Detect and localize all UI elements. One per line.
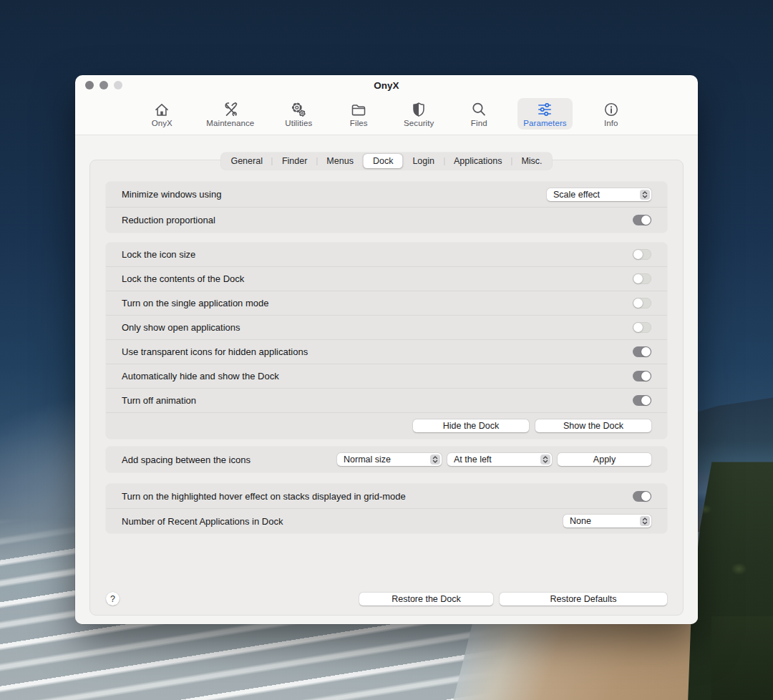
toolbar-item-label: Parameters <box>523 119 566 127</box>
tools-icon <box>222 101 239 118</box>
toolbar-item-label: Files <box>350 119 368 127</box>
settings-row: Reduction proportional <box>106 207 667 233</box>
spacing-size-select[interactable]: Normal size <box>337 453 442 466</box>
sliders-icon <box>536 101 553 118</box>
toggle-knob <box>641 371 651 381</box>
toolbar-item-parameters[interactable]: Parameters <box>517 98 572 130</box>
window-title: OnyX <box>75 75 698 95</box>
settings-row: Turn on the single application mode <box>106 291 667 315</box>
select-value: At the left <box>454 454 492 465</box>
updown-chevrons-icon <box>430 454 440 465</box>
transparent-hidden-icons-toggle[interactable] <box>633 346 651 357</box>
toggle-knob <box>641 215 651 225</box>
tab-dock[interactable]: Dock <box>364 154 402 168</box>
tab-applications[interactable]: Applications <box>444 154 511 168</box>
row-label: Add spacing between the icons <box>122 454 337 465</box>
auto-hide-dock-toggle[interactable] <box>633 371 651 381</box>
settings-row: Automatically hide and show the Dock <box>106 364 667 388</box>
search-icon <box>470 101 487 118</box>
onyx-window: OnyX OnyX Maintenance <box>75 75 698 624</box>
toolbar-item-label: Utilities <box>285 119 312 127</box>
settings-row: Lock the contents of the Dock <box>106 266 667 291</box>
toggle-knob <box>633 323 643 332</box>
toolbar-item-info[interactable]: Info <box>590 98 633 130</box>
tab-general[interactable]: General <box>221 154 271 168</box>
toolbar-item-label: Find <box>471 119 487 127</box>
toggle-knob <box>633 274 643 283</box>
dock-settings-panel: General Finder Menus Dock Login Applicat… <box>89 160 684 616</box>
shield-icon <box>410 101 427 118</box>
settings-row: Use transparent icons for hidden applica… <box>106 339 667 364</box>
lock-dock-contents-toggle[interactable] <box>633 273 651 284</box>
row-label: Turn on the single application mode <box>122 298 633 308</box>
tab-misc[interactable]: Misc. <box>512 154 551 168</box>
select-value: Normal size <box>344 454 391 465</box>
toolbar-item-files[interactable]: Files <box>337 98 380 130</box>
only-open-applications-toggle[interactable] <box>633 322 651 333</box>
toolbar-item-maintenance[interactable]: Maintenance <box>200 98 260 130</box>
toggle-knob <box>633 298 643 308</box>
parameters-tabbar: General Finder Menus Dock Login Applicat… <box>220 152 552 170</box>
toolbar-item-find[interactable]: Find <box>457 98 500 130</box>
titlebar[interactable]: OnyX <box>75 75 698 95</box>
settings-row: Lock the icon size <box>106 243 667 266</box>
tab-login[interactable]: Login <box>403 154 444 168</box>
row-label: Turn on the highlighted hover effect on … <box>122 491 633 502</box>
hide-dock-button[interactable]: Hide the Dock <box>413 419 529 432</box>
reduction-proportional-toggle[interactable] <box>633 215 651 225</box>
settings-row: Add spacing between the icons Normal siz… <box>106 447 667 472</box>
apply-button[interactable]: Apply <box>558 453 651 466</box>
toggle-knob <box>633 250 643 259</box>
select-value: None <box>570 516 591 526</box>
folder-icon <box>350 101 367 118</box>
group-minimize: Minimize windows using Scale effect Redu… <box>106 182 667 233</box>
show-dock-button[interactable]: Show the Dock <box>535 419 651 432</box>
home-icon <box>153 101 170 118</box>
row-label: Turn off animation <box>122 395 633 406</box>
spacing-position-select[interactable]: At the left <box>447 453 552 466</box>
toolbar: OnyX Maintenance Utilities <box>75 95 698 135</box>
toolbar-item-utilities[interactable]: Utilities <box>277 98 320 130</box>
row-label: Reduction proportional <box>122 215 633 225</box>
group-spacing: Add spacing between the icons Normal siz… <box>106 447 667 472</box>
minimize-effect-select[interactable]: Scale effect <box>547 188 651 201</box>
toolbar-item-onyx[interactable]: OnyX <box>140 98 183 130</box>
row-label: Only show open applications <box>122 322 633 333</box>
single-application-mode-toggle[interactable] <box>633 298 651 308</box>
row-label: Minimize windows using <box>122 189 547 200</box>
settings-row: Turn off animation <box>106 388 667 412</box>
row-label: Use transparent icons for hidden applica… <box>122 346 633 357</box>
help-button[interactable]: ? <box>106 592 120 606</box>
group-stacks: Turn on the highlighted hover effect on … <box>106 484 667 533</box>
group-dock-options: Lock the icon size Lock the contents of … <box>106 243 667 439</box>
settings-row: Turn on the highlighted hover effect on … <box>106 484 667 508</box>
select-value: Scale effect <box>553 190 600 200</box>
panel-footer: ? Restore the Dock Restore Defaults <box>106 592 667 606</box>
toolbar-item-security[interactable]: Security <box>397 98 440 130</box>
row-label: Lock the contents of the Dock <box>122 273 633 284</box>
info-icon <box>603 101 620 118</box>
tab-menus[interactable]: Menus <box>317 154 363 168</box>
toggle-knob <box>641 492 651 501</box>
restore-defaults-button[interactable]: Restore Defaults <box>500 593 667 606</box>
turn-off-animation-toggle[interactable] <box>633 395 651 406</box>
toolbar-item-label: Security <box>404 119 434 127</box>
row-label: Automatically hide and show the Dock <box>122 371 633 381</box>
recent-applications-select[interactable]: None <box>563 515 651 528</box>
toolbar-item-label: Info <box>604 119 618 127</box>
updown-chevrons-icon <box>640 190 650 200</box>
settings-row: Minimize windows using Scale effect <box>106 182 667 207</box>
lock-icon-size-toggle[interactable] <box>633 249 651 260</box>
wallpaper-forest-bottom <box>711 616 773 700</box>
settings-row: Only show open applications <box>106 315 667 339</box>
stacks-hover-effect-toggle[interactable] <box>633 491 651 502</box>
restore-dock-button[interactable]: Restore the Dock <box>359 593 493 606</box>
updown-chevrons-icon <box>640 516 650 526</box>
toggle-knob <box>641 347 651 356</box>
tab-finder[interactable]: Finder <box>273 154 316 168</box>
row-label: Number of Recent Applications in Dock <box>122 516 563 527</box>
dock-buttons-row: Hide the Dock Show the Dock <box>106 412 667 439</box>
gears-icon <box>290 101 307 118</box>
toggle-knob <box>641 396 651 405</box>
updown-chevrons-icon <box>540 454 550 465</box>
